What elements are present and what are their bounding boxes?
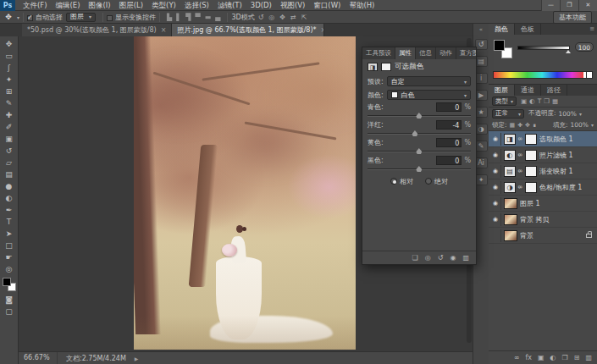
tool-button[interactable]: ✎ <box>2 97 17 109</box>
tool-button[interactable]: ▤ <box>2 168 17 180</box>
tool-button[interactable]: □ <box>2 240 17 251</box>
layer-filter-icon[interactable]: ▦ <box>552 97 558 105</box>
layer-visibility-eye-icon[interactable]: ◉ <box>490 213 501 226</box>
tool-mode-button[interactable]: ◙ <box>2 294 17 306</box>
status-options-arrow-icon[interactable]: ▶ <box>135 356 139 361</box>
layer-mask-thumbnail[interactable] <box>525 166 537 177</box>
minimize-button[interactable]: — <box>541 0 560 11</box>
panel-tab[interactable]: 工具预设 <box>362 47 395 59</box>
slider-track[interactable] <box>368 133 471 135</box>
auto-select-target-dropdown[interactable]: 图层 ▾ <box>66 13 96 22</box>
tool-button[interactable]: ✒ <box>2 204 17 216</box>
align-icon[interactable]: ▌ <box>176 14 181 21</box>
layer-filter-dropdown[interactable]: 类型 ▾ <box>492 97 517 106</box>
layer-row[interactable]: ◉ ▤ 8 渐变映射 1 <box>489 163 597 179</box>
close-button[interactable]: ✕ <box>578 0 597 11</box>
menu-item[interactable]: 图像(I) <box>85 0 115 11</box>
layer-row[interactable]: ◉ ◐ 8 照片滤镜 1 <box>489 147 597 163</box>
panel-menu-icon[interactable]: ≡ <box>589 24 597 35</box>
workspace-switcher[interactable]: 基本功能 <box>553 11 592 24</box>
auto-select-checkbox[interactable] <box>27 15 33 21</box>
tool-button[interactable]: ↺ <box>2 145 17 157</box>
layer-mask-thumbnail[interactable] <box>525 134 537 145</box>
3d-mode-icon[interactable]: ⇄ <box>290 14 296 21</box>
tool-button[interactable]: ✐ <box>2 121 17 133</box>
layers-footer-icon[interactable]: ▥ <box>585 354 592 361</box>
blend-mode-dropdown[interactable]: 正常 ▾ <box>492 109 524 119</box>
layer-visibility-eye-icon[interactable]: ◉ <box>490 133 501 146</box>
layer-mask-thumbnail[interactable] <box>525 182 537 193</box>
tool-button[interactable]: ▭ <box>2 50 17 62</box>
layer-row[interactable]: ◉ ◑ 8 色相/饱和度 1 <box>489 179 597 196</box>
slider-track[interactable] <box>368 168 471 170</box>
3d-mode-icon[interactable]: ⇱ <box>301 14 307 21</box>
tab-close-icon[interactable]: × <box>161 26 167 34</box>
3d-mode-icon[interactable]: ✥ <box>279 14 285 21</box>
slider-track[interactable] <box>368 115 471 117</box>
menu-item[interactable]: 窗口(W) <box>309 0 345 11</box>
tool-button[interactable]: ✥ <box>2 38 17 50</box>
layer-row[interactable]: ◉ 8 背景 拷贝 <box>489 212 597 228</box>
show-transform-checkbox[interactable] <box>107 15 113 21</box>
lock-option-icon[interactable]: ▦ <box>510 122 516 129</box>
panel-tab[interactable]: 路径 <box>541 85 567 96</box>
layer-mask-thumbnail[interactable] <box>525 150 537 161</box>
layer-thumbnail[interactable] <box>504 198 517 209</box>
panel-tab[interactable]: 属性 <box>395 47 416 59</box>
slider-thumb[interactable] <box>416 166 422 172</box>
tool-mode-button[interactable]: ▢ <box>2 306 17 317</box>
layer-thumbnail[interactable] <box>504 214 517 225</box>
align-icon[interactable]: ▀ <box>196 14 201 21</box>
layer-filter-icon[interactable]: T <box>538 97 542 105</box>
lock-option-icon[interactable]: ✚ <box>517 122 522 129</box>
panel-tab[interactable]: 通道 <box>515 85 541 96</box>
tool-button[interactable]: ✚ <box>2 109 17 121</box>
slider-value-field[interactable]: 0 <box>436 138 462 147</box>
layer-visibility-eye-icon[interactable]: ◉ <box>490 149 501 162</box>
layer-thumbnail[interactable] <box>504 230 517 241</box>
layer-filter-icon[interactable]: ❒ <box>544 97 550 105</box>
foreground-color-swatch[interactable] <box>3 278 11 286</box>
restore-button[interactable]: ❐ <box>560 0 578 11</box>
tool-button[interactable]: ➤ <box>2 228 17 240</box>
panel-footer-icon[interactable]: ❏ <box>412 254 418 262</box>
layer-filter-icon[interactable]: ▣ <box>521 97 527 105</box>
tool-button[interactable]: ʃ <box>2 62 17 74</box>
panel-footer-icon[interactable]: ▥ <box>462 254 469 262</box>
menu-item[interactable]: 视图(V) <box>276 0 309 11</box>
foreground-color-swatch[interactable] <box>494 40 505 51</box>
color-spectrum-ramp[interactable] <box>493 71 588 79</box>
document-tab[interactable]: 照片.jpg @ 66.7%(选取颜色 1, 图层蒙版/8)* × <box>172 24 324 36</box>
collapse-dock-icon[interactable]: « <box>479 26 483 33</box>
menu-item[interactable]: 选择(S) <box>180 0 213 11</box>
tool-button[interactable]: ✦ <box>2 74 17 85</box>
layer-visibility-eye-icon[interactable]: ◉ <box>490 165 501 178</box>
tool-button[interactable]: ● <box>2 180 17 192</box>
menu-item[interactable]: 编辑(E) <box>52 0 85 11</box>
tool-button[interactable]: ▣ <box>2 133 17 145</box>
color-value-field[interactable]: 100 <box>575 42 594 52</box>
tab-swatches[interactable]: 色板 <box>515 24 541 35</box>
color-slider[interactable] <box>517 46 570 50</box>
slider-value-field[interactable]: -4 <box>436 120 462 130</box>
layers-footer-icon[interactable]: ❒ <box>562 354 568 361</box>
opacity-value[interactable]: 100% <box>559 110 577 118</box>
slider-value-field[interactable]: 0 <box>436 102 462 112</box>
colors-dropdown[interactable]: 白色 ▾ <box>387 90 471 100</box>
absolute-radio[interactable]: 绝对 <box>425 177 448 186</box>
tab-close-icon[interactable]: × <box>321 26 325 34</box>
tool-button[interactable]: T <box>2 216 17 228</box>
menu-item[interactable]: 3D(D) <box>246 0 276 11</box>
slider-thumb[interactable] <box>412 130 417 136</box>
mask-thumbnail-icon[interactable] <box>381 63 391 71</box>
menu-item[interactable]: 类型(Y) <box>147 0 180 11</box>
layer-row[interactable]: 8 背景 <box>489 228 597 244</box>
slider-thumb[interactable] <box>416 148 422 154</box>
tool-button[interactable]: ▱ <box>2 157 17 168</box>
align-icon[interactable]: ▙ <box>167 14 172 21</box>
relative-radio[interactable]: 相对 <box>390 177 413 186</box>
color-swatches[interactable] <box>494 40 512 58</box>
document-image[interactable] <box>134 36 356 350</box>
3d-mode-icon[interactable]: ↺ <box>258 14 264 21</box>
document-tab[interactable]: *50.psd @ 30%(选取颜色 1, 图层蒙版/8) × <box>22 24 172 36</box>
